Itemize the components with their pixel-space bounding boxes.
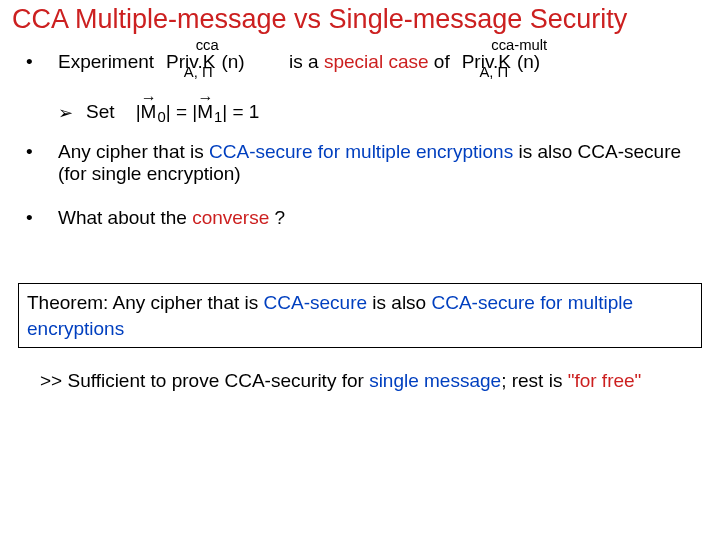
subscript-0: 0 <box>157 109 165 125</box>
text-converse: converse <box>192 207 269 228</box>
text-specialcase: special case <box>324 51 429 73</box>
text-post: ? <box>269 207 285 228</box>
foot-single: single message <box>369 370 501 391</box>
sub-bullet-set: ➢ Set |→M0| = |→M1| = 1 <box>58 101 708 123</box>
subscript-1: 1 <box>214 109 222 125</box>
bullet-cca-secure-multi: • Any cipher that is CCA-secure for mult… <box>12 141 708 185</box>
privk-cca: Priv.K cca A, Π (n) <box>166 51 215 73</box>
equals: = <box>176 101 192 122</box>
bullet-marker: • <box>26 207 33 229</box>
text-isa: is a <box>289 51 319 73</box>
bullet-list: • Experiment Priv.K cca A, Π (n) is a sp… <box>12 51 708 229</box>
tail-eq1: = 1 <box>233 101 260 122</box>
theorem-pre: Theorem: Any cipher that is <box>27 292 264 313</box>
text-of: of <box>434 51 450 73</box>
privk-arg: (n) <box>221 51 244 73</box>
bullet-converse: • What about the converse ? <box>12 207 708 229</box>
bar: | <box>222 101 227 122</box>
foot-pre: >> Sufficient to prove CCA-security for <box>40 370 369 391</box>
vector-m0: →M <box>141 101 157 123</box>
text-pre: Any cipher that is <box>58 141 209 162</box>
privk-sub: A, Π <box>184 64 213 80</box>
slide-title: CCA Multiple-message vs Single-message S… <box>12 4 708 35</box>
sub-marker: ➢ <box>58 102 73 124</box>
experiment-label: Experiment <box>58 51 154 73</box>
theorem-box: Theorem: Any cipher that is CCA-secure i… <box>18 283 702 348</box>
theorem-cca: CCA-secure <box>264 292 367 313</box>
foot-mid: ; rest is <box>501 370 568 391</box>
text-cca-multi: CCA-secure for multiple encryptions <box>209 141 513 162</box>
arrow-icon: → <box>197 89 213 105</box>
privk-arg: (n) <box>517 51 540 73</box>
privk-ccamult: Priv.K cca-mult A, Π (n) <box>462 51 511 73</box>
bullet-marker: • <box>26 141 33 163</box>
privk-sup: cca <box>196 37 219 53</box>
text-pre: What about the <box>58 207 192 228</box>
arrow-icon: → <box>141 89 157 105</box>
bullet-experiment: • Experiment Priv.K cca A, Π (n) is a sp… <box>12 51 708 123</box>
theorem-mid: is also <box>367 292 431 313</box>
footnote: >> Sufficient to prove CCA-security for … <box>40 370 708 392</box>
vector-m1: →M <box>197 101 213 123</box>
text-set: Set <box>86 101 115 122</box>
bullet-marker: • <box>26 51 33 73</box>
foot-free: "for free" <box>568 370 642 391</box>
privk-sub: A, Π <box>479 64 508 80</box>
bar: | <box>166 101 171 122</box>
